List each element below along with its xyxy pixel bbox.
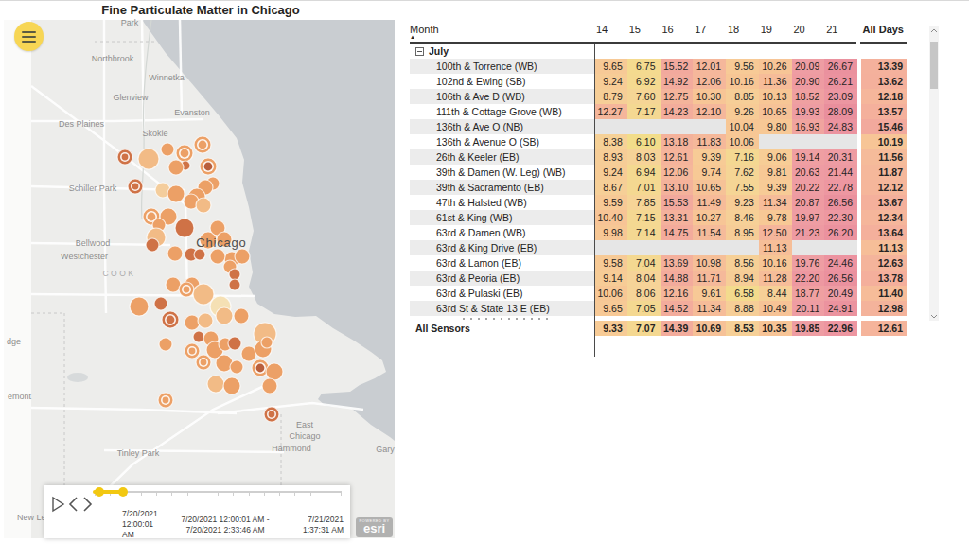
sensor-circle[interactable] xyxy=(175,219,194,237)
sensor-circle[interactable] xyxy=(235,249,250,264)
sensor-circle[interactable] xyxy=(130,297,149,316)
sensor-circle[interactable] xyxy=(168,160,184,175)
sensor-circle[interactable] xyxy=(194,249,205,260)
sensor-circle[interactable] xyxy=(176,145,193,162)
value-cell: 8.95 xyxy=(726,225,759,240)
sensor-row-label[interactable]: 111th & Cottage Grove (WB) xyxy=(410,104,594,119)
value-cell xyxy=(627,240,661,255)
sensor-row-label[interactable]: 100th & Torrence (WB) xyxy=(410,59,594,74)
month-column-header[interactable]: Month ▲ xyxy=(410,22,594,42)
value-cell: 11.34 xyxy=(759,195,792,210)
scroll-up-button[interactable] xyxy=(929,26,939,35)
sensor-circle[interactable] xyxy=(264,407,279,422)
value-cell: 24.46 xyxy=(824,255,857,271)
sensor-circle[interactable] xyxy=(128,179,143,194)
sensor-circle[interactable] xyxy=(261,337,273,348)
day-column-header[interactable]: 18 xyxy=(726,22,759,42)
sensor-circle[interactable] xyxy=(196,355,211,370)
sensor-circle[interactable] xyxy=(185,343,200,359)
sensor-circle[interactable] xyxy=(146,238,159,252)
step-forward-icon[interactable] xyxy=(84,498,91,511)
day-column-header[interactable]: 20 xyxy=(792,22,825,42)
all-days-cell: 13.64 xyxy=(861,225,907,240)
table-row: 63rd & Damen (WB)9.987.1414.7511.548.951… xyxy=(410,225,907,240)
sensor-row-label[interactable]: 39th & Damen (W. Leg) (WB) xyxy=(410,165,594,180)
sensor-circle[interactable] xyxy=(200,158,217,175)
sensor-circle[interactable] xyxy=(161,143,174,156)
sensor-circle[interactable] xyxy=(217,232,232,247)
all-days-column-header[interactable]: All Days xyxy=(861,22,907,42)
sensor-circle[interactable] xyxy=(154,297,167,310)
sensor-circle[interactable] xyxy=(198,313,213,328)
value-cell: 10.40 xyxy=(594,210,627,225)
value-cell: 20.90 xyxy=(792,74,825,89)
sensor-circle[interactable] xyxy=(194,136,211,153)
time-slider-handle-start[interactable] xyxy=(95,487,104,497)
value-cell: 8.85 xyxy=(726,89,759,104)
sensor-circle[interactable] xyxy=(196,198,211,213)
sensor-row-label[interactable]: 63rd & King Drive (EB) xyxy=(410,240,594,255)
value-cell: 8.56 xyxy=(726,255,759,271)
table-scrollbar[interactable] xyxy=(929,26,939,321)
scroll-down-button[interactable] xyxy=(929,311,939,321)
sensor-row-label[interactable]: 39th & Sacramento (EB) xyxy=(410,180,594,195)
sensor-circle[interactable] xyxy=(167,246,183,261)
sensor-circle[interactable] xyxy=(216,307,233,324)
value-cell: 7.62 xyxy=(726,165,759,180)
sensor-circle[interactable] xyxy=(185,315,200,330)
sensor-circle[interactable] xyxy=(262,378,277,394)
value-cell: 9.58 xyxy=(594,255,627,271)
sensor-row-label[interactable]: 136th & Ave O (NB) xyxy=(410,119,594,134)
sensor-circle[interactable] xyxy=(229,279,240,290)
value-cell: 7.15 xyxy=(627,210,661,225)
sensor-row-label[interactable]: 136th & Avenue O (SB) xyxy=(410,134,594,149)
sensor-circle[interactable] xyxy=(207,376,224,393)
sensor-row-label[interactable]: 63rd & Peoria (EB) xyxy=(410,271,594,286)
day-column-header[interactable]: 19 xyxy=(759,22,792,42)
sensor-row-label[interactable]: 63rd St & State 13 E (EB) xyxy=(410,301,594,316)
day-column-header[interactable]: 21 xyxy=(824,22,857,42)
sensor-circle[interactable] xyxy=(229,269,240,280)
sensor-circle[interactable] xyxy=(193,331,204,342)
value-cell: 24.91 xyxy=(824,301,857,316)
sensor-circle[interactable] xyxy=(230,360,243,374)
sensor-row-label[interactable]: 26th & Keeler (EB) xyxy=(410,149,594,165)
sensor-row-label[interactable]: 106th & Ave D (WB) xyxy=(410,89,594,104)
sensor-row-label[interactable]: 63rd & Lamon (EB) xyxy=(410,255,594,271)
day-column-header[interactable]: 17 xyxy=(693,22,726,42)
value-cell: 13.18 xyxy=(661,134,694,149)
sensor-circle[interactable] xyxy=(138,149,159,169)
esri-attribution[interactable]: POWERED BY esri xyxy=(356,517,393,537)
sensor-row-label[interactable]: 47th & Halsted (WB) xyxy=(410,195,594,210)
day-column-header[interactable]: 15 xyxy=(627,22,661,42)
value-cell: 10.16 xyxy=(726,74,759,89)
sensor-circle[interactable] xyxy=(234,308,249,324)
sensor-row-label[interactable]: 63rd & Damen (WB) xyxy=(410,225,594,240)
sensor-circle[interactable] xyxy=(159,338,172,351)
scrollbar-thumb[interactable] xyxy=(930,42,938,89)
sensor-circle[interactable] xyxy=(162,311,179,328)
sensor-circle[interactable] xyxy=(210,249,225,264)
collapse-icon[interactable] xyxy=(415,47,424,56)
value-cell: 13.31 xyxy=(661,210,694,225)
step-back-icon[interactable] xyxy=(70,498,77,511)
day-column-header[interactable]: 16 xyxy=(661,22,694,42)
sensor-circle[interactable] xyxy=(158,393,173,408)
sensor-row-label[interactable]: 63rd & Pulaski (EB) xyxy=(410,286,594,301)
sensor-circle[interactable] xyxy=(179,282,194,297)
time-slider-handle-end[interactable] xyxy=(118,487,128,497)
sensor-circle[interactable] xyxy=(117,149,132,165)
value-cell: 10.06 xyxy=(594,286,627,301)
sensor-circle[interactable] xyxy=(223,377,240,394)
sensor-circle[interactable] xyxy=(228,337,241,350)
play-icon[interactable] xyxy=(53,498,63,511)
table-row: 136th & Ave O (NB)10.049.8016.9324.8315.… xyxy=(410,119,907,134)
value-cell: 9.65 xyxy=(594,59,627,74)
sensor-row-label[interactable]: 102nd & Ewing (SB) xyxy=(410,74,594,89)
sensor-circle[interactable] xyxy=(266,363,283,380)
sensor-circle[interactable] xyxy=(167,185,185,202)
sensor-row-label[interactable]: 61st & King (WB) xyxy=(410,210,594,225)
menu-button[interactable] xyxy=(14,22,44,51)
day-column-header[interactable]: 14 xyxy=(594,22,627,42)
value-cell: 28.09 xyxy=(824,104,857,119)
